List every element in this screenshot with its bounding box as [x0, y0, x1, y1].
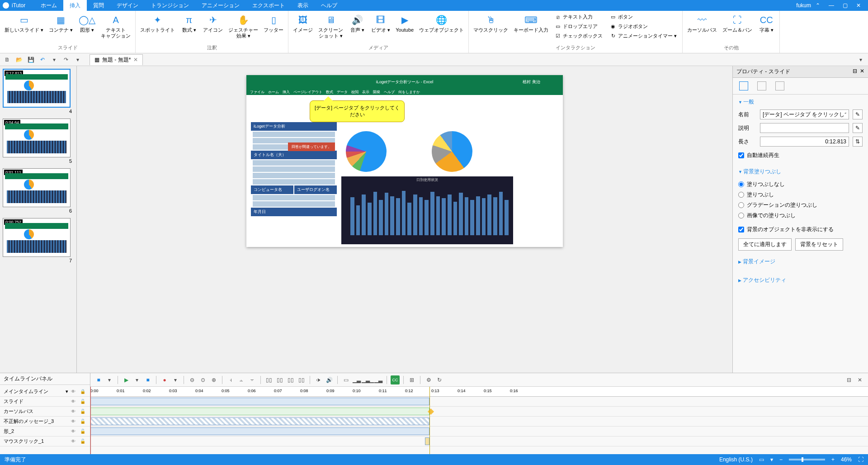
button-button[interactable]: ▭ボタン — [608, 13, 679, 21]
playhead[interactable] — [90, 387, 91, 454]
drop-area-button[interactable]: ▭ドロップエリア — [553, 22, 604, 31]
lane-slide[interactable] — [90, 397, 868, 407]
tl-img-icon[interactable]: ▭ — [341, 375, 350, 384]
track-header[interactable]: スライド👁🔓 — [0, 397, 90, 407]
instruction-callout[interactable]: [データ] ページタブ をクリックしてください — [310, 100, 405, 122]
bgfill-header[interactable]: 背景塗りつぶし — [738, 168, 863, 176]
undo-icon[interactable]: ↶ — [38, 55, 47, 64]
length-spinner-icon[interactable]: ⇅ — [853, 137, 863, 147]
lock-icon[interactable]: 🔓 — [80, 399, 86, 404]
props-close-icon[interactable]: ✕ — [860, 68, 864, 76]
audio-button[interactable]: 🔊音声 ▾ — [346, 12, 368, 35]
zoom-slider[interactable] — [789, 459, 825, 460]
apply-all-button[interactable]: 全てに適用します — [738, 238, 792, 251]
save-icon[interactable]: 💾 — [26, 55, 35, 64]
tl-cc-icon[interactable]: CC — [391, 375, 400, 384]
tl-align3-icon[interactable]: ⫟ — [248, 375, 257, 384]
tl-zoomfit-icon[interactable]: ⊙ — [198, 375, 208, 384]
container-button[interactable]: ▦コンテナ ▾ — [46, 12, 75, 35]
clip-msg[interactable] — [90, 418, 429, 425]
tab-export[interactable]: エクスポート — [246, 0, 291, 11]
reset-bg-button[interactable]: 背景をリセット — [795, 238, 843, 251]
fill-gradient-radio[interactable] — [738, 202, 744, 208]
bgimage-header[interactable]: 背景イメージ — [738, 258, 863, 266]
tl-drop1-icon[interactable]: ▾ — [105, 375, 114, 384]
tl-drop-icon[interactable]: ▾ — [66, 389, 68, 394]
timeline-selector[interactable]: メインタイムライン ▾ 👁 🔒 — [0, 387, 90, 397]
lane-shape[interactable] — [90, 427, 868, 437]
panel-options-icon[interactable]: ▾ — [856, 55, 865, 64]
tl-stop2-icon[interactable]: ■ — [143, 375, 152, 384]
lock-icon[interactable]: 🔒 — [80, 389, 86, 394]
hide-objects-checkbox[interactable] — [738, 227, 744, 232]
mouseclick-button[interactable]: 🖱マウスクリック — [471, 12, 511, 35]
eye-icon[interactable]: 👁 — [71, 439, 77, 444]
tl-align2-icon[interactable]: ⫠ — [237, 375, 246, 384]
tl-snap-icon[interactable]: ⊞ — [407, 375, 416, 384]
tl-vol2-icon[interactable]: 🔊 — [325, 375, 334, 384]
tab-transition[interactable]: トランジション — [145, 0, 195, 11]
tl-chart2-icon[interactable]: ▁▃▁ — [363, 375, 372, 384]
lock-icon[interactable]: 🔓 — [80, 419, 86, 424]
autoplay-checkbox[interactable] — [738, 152, 744, 158]
tab-home[interactable]: ホーム — [34, 0, 63, 11]
slide-canvas[interactable]: iLogetデータ分析ツール - Excel 植村 美治 ファイルホーム挿入ペー… — [246, 75, 563, 247]
tab-help[interactable]: ヘルプ — [315, 0, 344, 11]
tl-group2-icon[interactable]: ▯▯ — [275, 375, 284, 384]
track-header[interactable]: マウスクリック_1👁🔓 — [0, 437, 90, 446]
document-tab[interactable]: ▦ 無題 - 無題* ✕ — [90, 54, 143, 65]
youtube-button[interactable]: ▶Youtube — [393, 12, 416, 35]
image-button[interactable]: 🖼イメージ — [290, 12, 316, 35]
track-header[interactable]: 形_2👁🔓 — [0, 427, 90, 437]
props-tab-3[interactable] — [775, 81, 784, 90]
tl-group4-icon[interactable]: ▯▯ — [297, 375, 306, 384]
tl-stop-icon[interactable]: ■ — [94, 375, 103, 384]
anim-timer-button[interactable]: ↻アニメーションタイマー ▾ — [608, 32, 679, 40]
redo-icon[interactable]: ↷ — [61, 55, 71, 64]
status-lang[interactable]: English (U.S.) — [719, 456, 753, 463]
doc-close-icon[interactable]: ✕ — [133, 57, 138, 63]
end-marker[interactable] — [429, 387, 430, 454]
footer-button[interactable]: ▯フッター — [261, 12, 286, 35]
tab-animation[interactable]: アニメーション — [195, 0, 246, 11]
desc-edit-icon[interactable]: ✎ — [853, 123, 863, 133]
equation-button[interactable]: π数式 ▾ — [178, 12, 200, 35]
tl-close-icon[interactable]: ✕ — [855, 375, 864, 384]
tl-refresh-icon[interactable]: ↻ — [435, 375, 444, 384]
lane-msg[interactable] — [90, 417, 868, 427]
eye-icon[interactable]: 👁 — [71, 429, 77, 434]
tl-group3-icon[interactable]: ▯▯ — [286, 375, 295, 384]
eye-icon[interactable]: 👁 — [71, 399, 77, 404]
fill-image-radio[interactable] — [738, 213, 744, 218]
length-input[interactable] — [760, 137, 849, 147]
tl-align1-icon[interactable]: ⫞ — [226, 375, 235, 384]
new-slide-button[interactable]: ▭新しいスライド ▾ — [2, 12, 46, 35]
tab-design[interactable]: デザイン — [110, 0, 145, 11]
eye-icon[interactable]: 👁 — [71, 389, 77, 394]
text-caption-button[interactable]: Aテキスト キャプション — [98, 12, 133, 41]
fill-solid-radio[interactable] — [738, 192, 744, 198]
props-general-header[interactable]: 一般 — [738, 98, 863, 106]
slide-thumbnail[interactable]: 0:12.8134 — [3, 69, 74, 114]
tl-vol-icon[interactable]: 🕩 — [314, 375, 323, 384]
tab-view[interactable]: 表示 — [291, 0, 315, 11]
cursor-path-button[interactable]: 〰カーソルパス — [684, 12, 720, 35]
eye-icon[interactable]: 👁 — [71, 419, 77, 424]
tl-record-icon[interactable]: ● — [160, 375, 169, 384]
track-header[interactable]: カーソルパス👁🔓 — [0, 407, 90, 417]
user-name[interactable]: fukum — [796, 2, 811, 9]
tl-drop2-icon[interactable]: ▾ — [132, 375, 142, 384]
name-edit-icon[interactable]: ✎ — [853, 109, 863, 119]
props-tab-2[interactable] — [757, 81, 766, 90]
clip-shape[interactable] — [90, 427, 429, 435]
fit-icon[interactable]: ⛶ — [858, 456, 863, 463]
tl-drop3-icon[interactable]: ▾ — [171, 375, 180, 384]
zoom-pan-button[interactable]: ⛶ズーム＆パン — [720, 12, 755, 35]
tl-gear-icon[interactable]: ⚙ — [424, 375, 433, 384]
screenshot-button[interactable]: 🖥スクリーン ショット ▾ — [316, 12, 346, 41]
open-icon[interactable]: 📂 — [14, 55, 24, 64]
timeline-ruler[interactable]: 0:000:010:020:030:040:050:060:070:080:09… — [90, 387, 868, 397]
radio-button[interactable]: ◉ラジオボタン — [608, 22, 679, 31]
props-tab-1[interactable] — [739, 81, 748, 90]
text-input-button[interactable]: ⎚テキスト入力 — [553, 13, 604, 21]
